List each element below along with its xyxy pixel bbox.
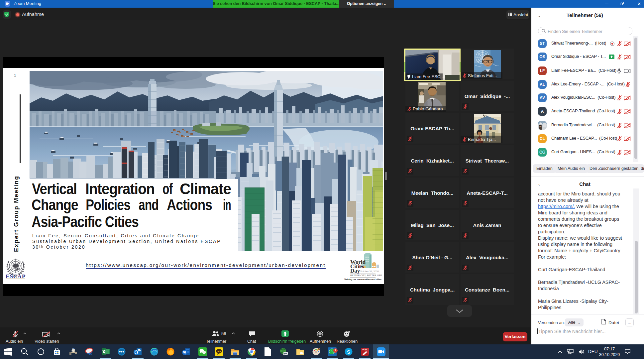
svg-text:TALK: TALK xyxy=(217,350,221,352)
svg-text:October 31, 2020: October 31, 2020 xyxy=(360,270,379,273)
svg-text:BETTER CITY, BETTER LIFE: BETTER CITY, BETTER LIFE xyxy=(350,274,382,277)
svg-text:Day: Day xyxy=(350,268,360,274)
svg-text:Valuing our communities and ci: Valuing our communities and cities xyxy=(344,278,381,281)
svg-text:S: S xyxy=(347,349,350,355)
svg-text:ESCAP: ESCAP xyxy=(6,273,26,279)
svg-text:PDF: PDF xyxy=(363,348,367,351)
